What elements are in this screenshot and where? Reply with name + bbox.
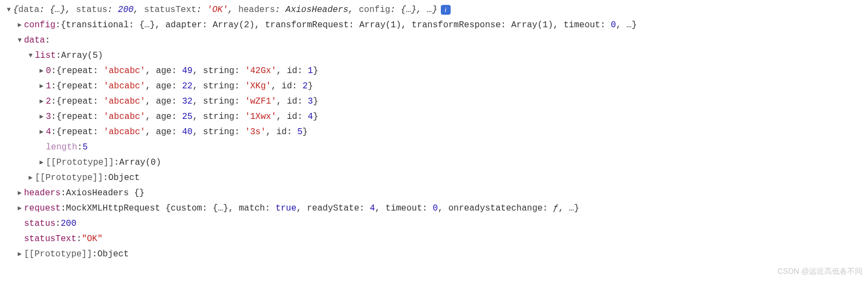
- object-summary: {data: {…}, status: 200, statusText: 'OK…: [13, 2, 438, 17]
- array-index: 3: [46, 109, 51, 124]
- prop-value: "OK": [82, 231, 103, 247]
- array-item[interactable]: ▶1: {repeat: 'abcabc', age: 22, string: …: [4, 79, 864, 94]
- prop-prototype-object[interactable]: ▶ [[Prototype]]: Object: [4, 170, 864, 185]
- prop-statustext[interactable]: ▶ statusText: "OK": [4, 231, 864, 247]
- prop-value: Array(0): [119, 155, 161, 170]
- prop-value: 5: [82, 140, 88, 155]
- array-item[interactable]: ▶2: {repeat: 'abcabc', age: 32, string: …: [4, 94, 864, 109]
- prop-key: headers: [24, 185, 61, 201]
- prop-key: [[Prototype]]: [35, 170, 103, 185]
- chevron-right-icon[interactable]: ▶: [37, 94, 46, 109]
- prop-prototype-root[interactable]: ▶ [[Prototype]]: Object: [4, 247, 864, 262]
- prop-value: MockXMLHttpRequest {custom: {…}, match: …: [66, 201, 579, 216]
- prop-value: 200: [61, 216, 76, 231]
- array-item-preview: {repeat: 'abcabc', age: 22, string: 'XKg…: [56, 79, 313, 94]
- array-item-preview: {repeat: 'abcabc', age: 25, string: '1Xw…: [56, 109, 318, 124]
- array-index: 1: [46, 79, 51, 94]
- prop-data[interactable]: ▼ data:: [4, 33, 864, 48]
- object-summary-row[interactable]: ▼ {data: {…}, status: 200, statusText: '…: [4, 2, 864, 17]
- chevron-right-icon[interactable]: ▶: [37, 79, 46, 94]
- chevron-right-icon[interactable]: ▶: [37, 63, 46, 79]
- chevron-right-icon[interactable]: ▶: [15, 17, 24, 33]
- prop-status[interactable]: ▶ status: 200: [4, 216, 864, 231]
- prop-key: config: [24, 17, 56, 33]
- chevron-right-icon[interactable]: ▶: [37, 109, 46, 124]
- prop-key: length: [46, 140, 77, 155]
- watermark: CSDN @远近高低各不同: [777, 263, 863, 264]
- prop-value: Object: [108, 170, 140, 185]
- chevron-right-icon[interactable]: ▶: [15, 247, 24, 262]
- array-index: 2: [46, 94, 51, 109]
- prop-key: request: [24, 201, 61, 216]
- prop-key: [[Prototype]]: [24, 247, 92, 262]
- array-item-preview: {repeat: 'abcabc', age: 49, string: '42G…: [56, 63, 318, 79]
- prop-value: Object: [97, 247, 129, 262]
- array-index: 4: [46, 124, 51, 140]
- prop-key: [[Prototype]]: [46, 155, 114, 170]
- prop-headers[interactable]: ▶ headers: AxiosHeaders {}: [4, 185, 864, 201]
- prop-key: statusText: [24, 231, 76, 247]
- chevron-right-icon[interactable]: ▶: [15, 185, 24, 201]
- prop-value: AxiosHeaders {}: [66, 185, 145, 201]
- prop-value: {transitional: {…}, adapter: Array(2), t…: [61, 17, 637, 33]
- prop-config[interactable]: ▶ config: {transitional: {…}, adapter: A…: [4, 17, 864, 33]
- array-item-preview: {repeat: 'abcabc', age: 40, string: '3s'…: [56, 124, 308, 140]
- chevron-right-icon[interactable]: ▶: [37, 155, 46, 170]
- array-item[interactable]: ▶4: {repeat: 'abcabc', age: 40, string: …: [4, 124, 864, 140]
- array-item[interactable]: ▶3: {repeat: 'abcabc', age: 25, string: …: [4, 109, 864, 124]
- chevron-right-icon[interactable]: ▶: [37, 124, 46, 140]
- chevron-down-icon[interactable]: ▼: [26, 48, 35, 63]
- chevron-down-icon[interactable]: ▼: [15, 33, 24, 48]
- array-index: 0: [46, 63, 51, 79]
- prop-length[interactable]: ▶ length: 5: [4, 140, 864, 155]
- prop-list[interactable]: ▼ list: Array(5): [4, 48, 864, 63]
- prop-request[interactable]: ▶ request: MockXMLHttpRequest {custom: {…: [4, 201, 864, 216]
- array-item-preview: {repeat: 'abcabc', age: 32, string: 'wZF…: [56, 94, 318, 109]
- chevron-right-icon[interactable]: ▶: [15, 201, 24, 216]
- prop-prototype-array[interactable]: ▶ [[Prototype]]: Array(0): [4, 155, 864, 170]
- info-icon[interactable]: i: [441, 5, 451, 15]
- chevron-right-icon[interactable]: ▶: [26, 170, 35, 185]
- prop-value: Array(5): [61, 48, 103, 63]
- prop-key: list: [35, 48, 56, 63]
- chevron-down-icon[interactable]: ▼: [4, 2, 13, 17]
- array-item[interactable]: ▶0: {repeat: 'abcabc', age: 49, string: …: [4, 63, 864, 79]
- prop-key: data: [24, 33, 45, 48]
- prop-key: status: [24, 216, 56, 231]
